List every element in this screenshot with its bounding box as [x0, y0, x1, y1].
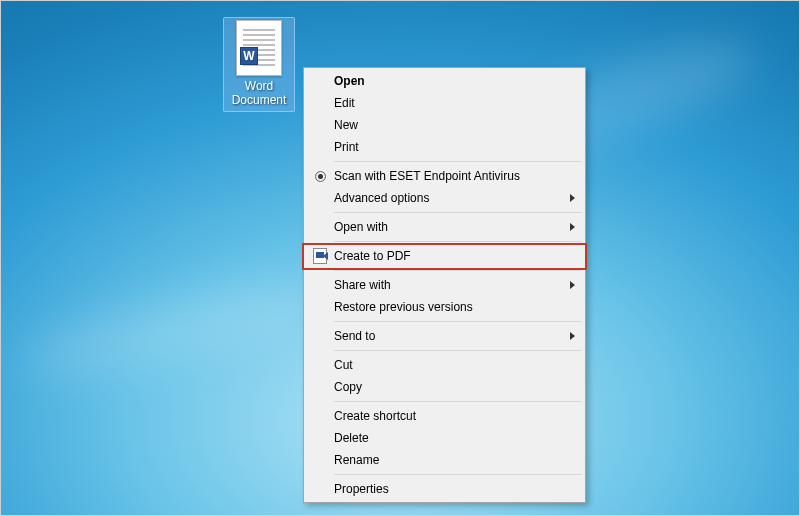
menu-separator: [334, 212, 582, 213]
menu-item-label: Open: [334, 74, 565, 88]
menu-item-properties[interactable]: Properties: [306, 478, 583, 500]
menu-item-label: Delete: [334, 431, 565, 445]
radio-dot-icon: [315, 171, 326, 182]
menu-item-copy[interactable]: Copy: [306, 376, 583, 398]
menu-item-icon: [306, 171, 334, 182]
menu-item-open-with[interactable]: Open with: [306, 216, 583, 238]
menu-item-create-shortcut[interactable]: Create shortcut: [306, 405, 583, 427]
menu-item-label: Cut: [334, 358, 565, 372]
menu-separator: [334, 241, 582, 242]
submenu-arrow-icon: [570, 194, 575, 202]
menu-item-label: Copy: [334, 380, 565, 394]
menu-item-scan-with-eset-endpoint-antivirus[interactable]: Scan with ESET Endpoint Antivirus: [306, 165, 583, 187]
menu-item-icon: [306, 248, 334, 264]
menu-item-label: Create to PDF: [334, 249, 565, 263]
menu-item-send-to[interactable]: Send to: [306, 325, 583, 347]
menu-item-label: Properties: [334, 482, 565, 496]
menu-item-advanced-options[interactable]: Advanced options: [306, 187, 583, 209]
menu-separator: [334, 270, 582, 271]
submenu-arrow-icon: [570, 332, 575, 340]
menu-item-label: Rename: [334, 453, 565, 467]
menu-item-label: Open with: [334, 220, 565, 234]
menu-item-delete[interactable]: Delete: [306, 427, 583, 449]
menu-item-create-to-pdf[interactable]: Create to PDF: [306, 245, 583, 267]
menu-item-new[interactable]: New: [306, 114, 583, 136]
menu-item-label: Advanced options: [334, 191, 565, 205]
menu-item-label: Create shortcut: [334, 409, 565, 423]
menu-separator: [334, 321, 582, 322]
menu-separator: [334, 401, 582, 402]
submenu-arrow-icon: [570, 281, 575, 289]
context-menu: OpenEditNewPrintScan with ESET Endpoint …: [303, 67, 586, 503]
submenu-arrow-icon: [570, 223, 575, 231]
desktop-icon-word-document[interactable]: W Word Document: [223, 17, 295, 112]
desktop-icon-label: Word Document: [226, 79, 292, 107]
menu-separator: [334, 161, 582, 162]
menu-item-edit[interactable]: Edit: [306, 92, 583, 114]
menu-item-label: Share with: [334, 278, 565, 292]
word-badge-icon: W: [240, 47, 258, 65]
menu-item-label: Edit: [334, 96, 565, 110]
create-to-pdf-icon: [313, 248, 327, 264]
word-document-icon: W: [236, 20, 282, 76]
menu-item-cut[interactable]: Cut: [306, 354, 583, 376]
menu-item-share-with[interactable]: Share with: [306, 274, 583, 296]
menu-item-label: Send to: [334, 329, 565, 343]
menu-item-label: Scan with ESET Endpoint Antivirus: [334, 169, 565, 183]
menu-item-label: Restore previous versions: [334, 300, 565, 314]
menu-item-label: Print: [334, 140, 565, 154]
menu-item-open[interactable]: Open: [306, 70, 583, 92]
menu-item-restore-previous-versions[interactable]: Restore previous versions: [306, 296, 583, 318]
menu-item-label: New: [334, 118, 565, 132]
menu-separator: [334, 350, 582, 351]
menu-item-print[interactable]: Print: [306, 136, 583, 158]
menu-item-rename[interactable]: Rename: [306, 449, 583, 471]
menu-separator: [334, 474, 582, 475]
